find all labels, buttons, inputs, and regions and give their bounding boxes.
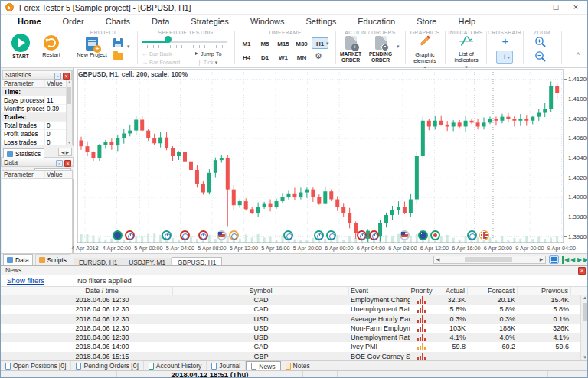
chart-area[interactable]: GBPUSD, H1, cell: 200, scale: 100% 1.412… [74,68,588,253]
slider-track[interactable] [142,41,227,43]
clock-teal-news-marker-icon[interactable] [283,230,293,240]
menu-item-order[interactable]: Order [52,15,95,28]
bottom-tab-journal[interactable]: Journal [207,361,246,370]
bar-forward-button[interactable]: → Bar Forward [142,59,180,66]
clock-red-news-marker-icon[interactable] [357,230,367,240]
statistics-close-icon[interactable]: × [63,73,70,80]
bottom-tab-news[interactable]: News [246,361,280,370]
slider-handle[interactable] [165,36,172,43]
news-scrollbar[interactable]: ▲▼ [580,295,588,360]
scrollbar-thumb[interactable] [583,303,588,321]
news-row[interactable]: 2018.04.06 12:30USDUnemployment Rate4.1%… [1,333,580,342]
menu-item-windows[interactable]: Windows [240,15,296,28]
statistics-restore-icon[interactable]: ▫ [54,73,61,80]
clock-teal-news-marker-icon[interactable] [162,230,172,240]
list-of-indicators-button[interactable]: List of indicators ▾ [449,35,483,70]
timeframe-button-w1[interactable]: W1 [275,51,292,63]
timeframe-button-m5[interactable]: M5 [256,37,273,49]
usa-news-marker-icon[interactable] [217,230,227,240]
pending-order-button[interactable]: PENDING ORDER [367,36,394,63]
collapse-ribbon-chevron[interactable]: ^ [577,51,580,59]
prev-bar-icon[interactable]: ◀ [570,256,575,264]
news-row[interactable]: 2018.04.06 15:15GBPBOE Gov Carney Speaks… [1,352,580,360]
tab-data[interactable]: Data [3,254,33,265]
tab-pager-buttons[interactable]: ◀ ▶ [58,148,72,156]
tick-chevron[interactable]: ▾ [215,60,218,65]
start-button[interactable]: START [7,34,34,60]
news-close-icon[interactable]: × [578,267,586,275]
australia-news-marker-icon[interactable] [113,230,122,240]
menu-item-data[interactable]: Data [141,15,180,28]
menu-item-settings[interactable]: Settings [296,15,348,28]
close-button[interactable]: × [566,1,586,14]
australia-news-marker-icon[interactable] [418,230,428,240]
tick-button[interactable]: ·|· Tick ▾ [197,59,217,66]
clock-orange-news-marker-icon[interactable] [229,230,239,240]
new-project-button[interactable]: New Project [76,37,108,58]
news-row[interactable]: 2018.04.06 12:30USDAverage Hourly Earnin… [1,314,580,324]
news-row[interactable]: 2018.04.06 12:30CADUnemployment Rate5.8%… [1,305,580,314]
menu-item-education[interactable]: Education [347,15,406,28]
clock-teal-news-marker-icon[interactable] [314,230,324,240]
tab-scripts[interactable]: Scripts [35,254,70,265]
japan-news-marker-icon[interactable] [430,230,440,240]
clock-red-news-marker-icon[interactable] [369,230,379,240]
data-close-icon[interactable]: × [64,160,71,167]
clock-red-news-marker-icon[interactable] [125,230,135,240]
bottom-tab-pending-orders-0[interactable]: Pending Orders [0] [71,361,143,370]
show-filters-link[interactable]: Show filters [7,275,44,286]
clock-teal-news-marker-icon[interactable] [467,230,477,240]
chart-horizontal-scrollbar[interactable]: ◀ ▶ [433,256,546,264]
clock-red-news-marker-icon[interactable] [180,230,190,240]
bottom-tab-open-positions-0[interactable]: Open Positions [0] [1,361,71,370]
bar-back-button[interactable]: ← Bar Back [142,51,172,57]
auto-scroll-icon[interactable] [549,255,559,264]
project-more-chevron[interactable]: ▾ [127,44,130,50]
statistics-scrollbar[interactable]: ▲▼ [66,80,72,145]
market-order-button[interactable]: + MARKET ORDER [338,36,364,63]
usa-news-marker-icon[interactable] [400,230,410,240]
menu-item-store[interactable]: Store [406,15,447,28]
go-last-bar-icon[interactable]: ▶ [583,256,588,264]
price-chart[interactable] [74,68,564,244]
menu-item-charts[interactable]: Charts [95,15,141,28]
crosshair-sync-button[interactable]: + [496,51,513,64]
timeframe-chevron[interactable]: ▾ [326,41,329,47]
orders-chevron[interactable]: ▾ [397,44,400,50]
uk-news-marker-icon[interactable] [479,230,489,240]
jump-to-button[interactable]: Jump To [194,51,221,57]
menu-item-strategies[interactable]: Strategies [180,15,240,28]
news-row[interactable]: 2018.04.06 14:00CADIvey PMI59.860.259.6 [1,342,580,351]
scroll-left-icon[interactable]: ◀ [434,256,442,263]
news-row[interactable]: 2018.04.06 12:30CADEmployment Change32.3… [1,295,580,305]
scrollbar-thumb[interactable] [67,87,71,104]
zoom-in-button[interactable] [534,36,547,51]
timeframe-button-h4[interactable]: H4 [238,51,255,63]
maximize-button[interactable]: □ [546,1,566,14]
timeframe-button-mn[interactable]: MN [293,51,310,63]
go-first-bar-icon[interactable]: ◀ [562,256,569,264]
news-row[interactable]: 2018.04.06 12:30USDNon-Farm Employment C… [1,324,580,333]
timeframe-button-m1[interactable]: M1 [238,37,255,49]
menu-item-home[interactable]: Home [7,15,52,28]
clock-red-news-marker-icon[interactable] [198,230,208,240]
open-project-button[interactable] [113,53,123,60]
data-restore-icon[interactable]: ▫ [56,160,63,167]
bottom-tab-notes[interactable]: Notes [281,361,315,370]
time-axis[interactable]: 4 Apr 20184 Apr 20:005 Apr 00:005 Apr 04… [74,245,564,253]
save-project-button[interactable] [113,38,122,47]
zoom-out-button[interactable] [534,51,547,66]
timeframe-settings-gear-icon[interactable]: ⚙ [315,51,322,61]
speed-slider[interactable] [142,38,227,49]
crosshair-button[interactable]: + [499,36,511,47]
scroll-right-icon[interactable]: ▶ [537,256,545,263]
bottom-tab-account-history[interactable]: Account History [144,361,207,370]
next-bar-icon[interactable]: ▶ [577,256,582,264]
minimize-button[interactable]: – [524,1,544,14]
timeframe-button-m30[interactable]: M30 [293,37,310,49]
scrollbar-thumb[interactable] [465,257,512,262]
graphic-elements-button[interactable]: Graphic elements ▾ [408,35,442,71]
timeframe-button-d1[interactable]: D1 [256,51,273,63]
price-axis[interactable]: 1.412001.410001.408001.406001.404001.402… [564,68,588,244]
restart-button[interactable]: Restart [38,35,65,58]
